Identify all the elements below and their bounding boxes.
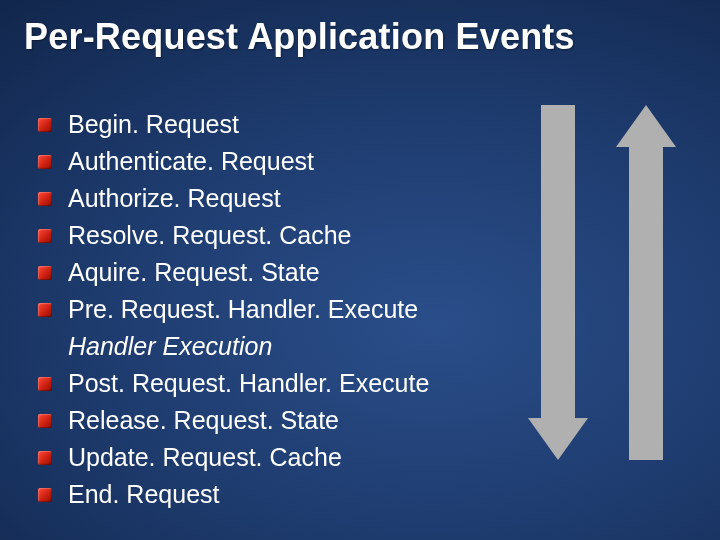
bullet-icon: [38, 414, 52, 428]
list-item: Post. Request. Handler. Execute: [38, 369, 468, 399]
list-item: Handler Execution: [38, 332, 468, 362]
slide: Per-Request Application Events Begin. Re…: [0, 0, 720, 540]
list-item-label: Release. Request. State: [68, 407, 339, 435]
list-item-label: Post. Request. Handler. Execute: [68, 370, 429, 398]
bullet-icon: [38, 488, 52, 502]
list-item-label: Pre. Request. Handler. Execute: [68, 296, 418, 324]
list-item: Authenticate. Request: [38, 147, 468, 177]
list-item-label: Authorize. Request: [68, 185, 281, 213]
bullet-icon: [38, 155, 52, 169]
bullet-icon: [38, 118, 52, 132]
list-item: Update. Request. Cache: [38, 443, 468, 473]
list-item: End. Request: [38, 480, 468, 510]
bullet-icon: [38, 303, 52, 317]
list-item: Authorize. Request: [38, 184, 468, 214]
list-item-label: Aquire. Request. State: [68, 259, 320, 287]
bullet-icon: [38, 266, 52, 280]
list-item-label: Authenticate. Request: [68, 148, 314, 176]
list-item: Release. Request. State: [38, 406, 468, 436]
bullet-icon: [38, 229, 52, 243]
bullet-icon: [38, 451, 52, 465]
arrow-down-icon: [528, 105, 588, 460]
list-item: Aquire. Request. State: [38, 258, 468, 288]
list-item-label: Begin. Request: [68, 111, 239, 139]
list-item: Begin. Request: [38, 110, 468, 140]
list-item-label: Resolve. Request. Cache: [68, 222, 351, 250]
slide-title: Per-Request Application Events: [24, 16, 696, 58]
list-item: Pre. Request. Handler. Execute: [38, 295, 468, 325]
list-item-label: Handler Execution: [68, 333, 272, 361]
list-item: Resolve. Request. Cache: [38, 221, 468, 251]
event-list: Begin. Request Authenticate. Request Aut…: [38, 110, 468, 517]
arrow-up-icon: [616, 105, 676, 460]
list-item-label: End. Request: [68, 481, 220, 509]
list-item-label: Update. Request. Cache: [68, 444, 342, 472]
bullet-icon: [38, 377, 52, 391]
bullet-icon: [38, 192, 52, 206]
